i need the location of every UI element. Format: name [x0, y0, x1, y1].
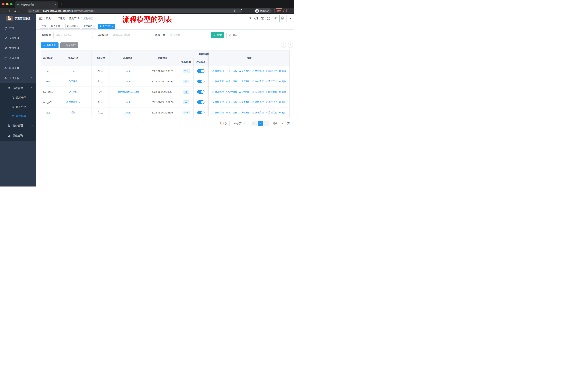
security-warning[interactable]: 不安全 [29, 9, 39, 12]
form-link[interactable]: biubiu [125, 80, 131, 83]
version-badge[interactable]: v17 [183, 69, 190, 73]
sidebar-item-dev-tools[interactable]: 研发工具 [0, 63, 36, 73]
minimize-window-button[interactable] [6, 3, 9, 5]
version-badge[interactable]: v2 [183, 80, 189, 83]
close-icon[interactable]: × [112, 25, 113, 28]
action-delete[interactable]: 删除 [279, 70, 286, 73]
sidebar-item-infrastructure[interactable]: 基础设施 [0, 53, 36, 63]
action-assign-rules[interactable]: 分配规则 [239, 90, 251, 93]
tag-my-process[interactable]: 我的流程× [65, 24, 80, 29]
action-publish[interactable]: 发布流程 [252, 80, 264, 83]
action-assign-rules[interactable]: 分配规则 [239, 111, 251, 114]
form-link[interactable]: biubiu [125, 111, 131, 114]
action-assign-rules[interactable]: 分配规则 [239, 101, 251, 104]
action-modify[interactable]: 修改流程 [212, 101, 224, 104]
form-link[interactable]: /bpm/oa/leave/create [117, 91, 139, 93]
fullscreen-icon[interactable] [267, 17, 271, 20]
app-logo-row[interactable]: 芋道管理系统 [0, 14, 36, 23]
import-process-button[interactable]: 导入流程 [60, 42, 78, 48]
sidebar-item-workflow[interactable]: 工作流程 [0, 73, 36, 83]
tag-process-form[interactable]: 流程表单× [82, 24, 96, 29]
process-name-input[interactable] [111, 32, 150, 38]
toggle-search-button[interactable] [281, 42, 286, 48]
action-modify[interactable]: 修改流程 [212, 90, 224, 93]
action-assign-rules[interactable]: 分配规则 [239, 70, 251, 73]
model-name-link[interactable]: eeee [71, 70, 76, 72]
active-toggle[interactable] [197, 69, 205, 73]
page-size-select[interactable]: 10条/页 [230, 121, 246, 126]
new-tab-button[interactable]: + [60, 2, 62, 6]
active-toggle[interactable] [197, 111, 205, 114]
forward-icon[interactable] [8, 10, 11, 12]
close-icon[interactable]: × [93, 25, 94, 28]
action-design[interactable]: 设计流程 [226, 111, 237, 114]
sidebar-item-process-model[interactable]: 流程模型 [0, 111, 36, 121]
action-delete[interactable]: 删除 [279, 101, 286, 104]
github-icon[interactable] [254, 17, 258, 20]
tag-tenant[interactable]: 租户管理× [49, 24, 64, 29]
category-select[interactable] [168, 32, 207, 38]
model-name-link[interactable]: 测试多审批人 [66, 101, 80, 104]
tag-home[interactable]: 首页 [40, 24, 48, 29]
form-link[interactable]: biubiu [125, 70, 131, 72]
action-publish[interactable]: 发布流程 [252, 90, 264, 93]
page-1-button[interactable]: 1 [258, 121, 263, 126]
create-process-button[interactable]: 新建流程 [41, 42, 59, 48]
action-delete[interactable]: 删除 [279, 111, 286, 114]
action-design[interactable]: 设计流程 [226, 101, 237, 104]
model-name-link[interactable]: 滔博 [71, 111, 76, 114]
action-publish[interactable]: 发布流程 [252, 111, 264, 114]
home-icon[interactable] [19, 10, 22, 12]
active-toggle[interactable] [197, 90, 205, 94]
sidebar-item-task-management[interactable]: 任务管理 [0, 121, 36, 131]
font-size-icon[interactable]: тT [273, 17, 276, 20]
sidebar-item-process-form[interactable]: 流程表单 [0, 93, 36, 102]
goto-page-input[interactable] [279, 121, 286, 126]
version-badge[interactable]: v4 [183, 100, 189, 104]
sidebar-item-payment[interactable]: 支付管理 [0, 43, 36, 53]
help-icon[interactable] [261, 17, 264, 20]
action-definition[interactable]: 流程定义 [266, 80, 277, 83]
search-icon[interactable] [248, 17, 252, 20]
refresh-table-button[interactable] [288, 42, 293, 48]
tab-close-icon[interactable]: × [54, 3, 56, 6]
browser-tab[interactable]: 芋道管理系统 × [15, 1, 58, 8]
action-design[interactable]: 设计流程 [226, 90, 237, 93]
action-modify[interactable]: 修改流程 [212, 70, 224, 73]
tag-process-model[interactable]: 流程模型× [98, 24, 115, 29]
version-badge[interactable]: v5 [183, 90, 189, 94]
action-modify[interactable]: 修改流程 [212, 111, 224, 114]
sidebar-item-process-management[interactable]: 流程管理 [0, 83, 36, 93]
address-bar[interactable]: 不安全 dashboard.yudao.iocoder.cn/bpm/manag… [27, 9, 242, 13]
action-assign-rules[interactable]: 分配规则 [239, 80, 251, 83]
avatar-caret-icon[interactable] [290, 18, 292, 19]
password-key-icon[interactable] [234, 9, 237, 12]
reset-button[interactable]: 重置 [226, 32, 240, 38]
browser-menu-icon[interactable] [285, 9, 288, 12]
process-key-input[interactable] [53, 32, 93, 38]
close-icon[interactable]: × [61, 25, 62, 28]
next-page-button[interactable] [264, 121, 269, 126]
bookmark-star-icon[interactable] [240, 9, 243, 12]
action-definition[interactable]: 流程定义 [266, 111, 277, 114]
action-delete[interactable]: 删除 [279, 90, 286, 93]
sidebar-fold-icon[interactable] [39, 17, 43, 20]
back-icon[interactable] [2, 10, 5, 12]
breadcrumb-process-management[interactable]: 流程管理 [69, 17, 79, 20]
action-definition[interactable]: 流程定义 [266, 90, 277, 93]
active-toggle[interactable] [197, 80, 205, 83]
reload-icon[interactable] [13, 10, 16, 12]
close-window-button[interactable] [2, 3, 5, 5]
category-select-input[interactable] [168, 32, 207, 38]
breadcrumb-home[interactable]: 首页 [46, 17, 51, 20]
sidebar-item-system[interactable]: 系统管理 [0, 33, 36, 43]
avatar[interactable] [279, 15, 287, 22]
sidebar-item-home[interactable]: 首页 [0, 23, 36, 33]
action-delete[interactable]: 删除 [279, 80, 286, 83]
form-link[interactable]: biubiu [125, 101, 131, 104]
action-modify[interactable]: 修改流程 [212, 80, 224, 83]
search-button[interactable]: 搜索 [211, 32, 224, 38]
action-design[interactable]: 设计流程 [226, 80, 237, 83]
breadcrumb-workflow[interactable]: 工作流程 [55, 17, 65, 20]
maximize-window-button[interactable] [10, 3, 13, 5]
